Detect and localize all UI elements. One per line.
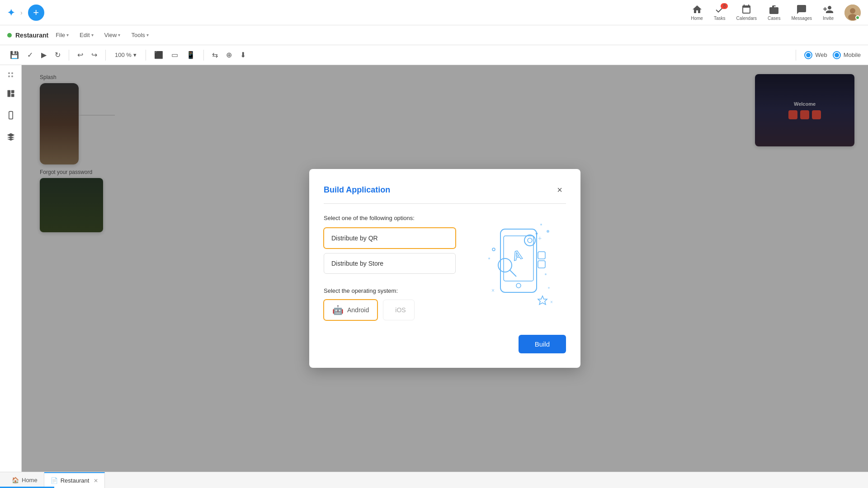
- phone-view-button[interactable]: 📱: [184, 49, 198, 61]
- divider3: [146, 50, 146, 61]
- zoom-level: 100 %: [115, 52, 132, 58]
- file-menu[interactable]: File ▾: [52, 30, 72, 40]
- ios-option: iOS: [383, 300, 414, 320]
- svg-text:A: A: [511, 248, 524, 263]
- nav-cases[interactable]: Cases: [768, 4, 780, 21]
- svg-point-9: [516, 283, 521, 288]
- mobile-label: Mobile: [844, 52, 861, 58]
- svg-rect-4: [11, 90, 14, 94]
- sidebar-layout-icon[interactable]: [4, 86, 18, 101]
- download-button[interactable]: ⬇: [237, 49, 249, 61]
- user-avatar[interactable]: [844, 5, 861, 21]
- home-tab-icon: 🏠: [12, 477, 19, 483]
- svg-point-11: [528, 238, 532, 243]
- svg-point-13: [540, 224, 542, 225]
- nav-tasks[interactable]: 8 Tasks: [714, 4, 726, 21]
- ios-label: iOS: [395, 306, 406, 314]
- project-name: Restaurant: [15, 32, 48, 39]
- desktop-view-button[interactable]: ⬛: [151, 49, 166, 61]
- edit-menu[interactable]: Edit ▾: [76, 30, 97, 40]
- modal-left: Select one of the following options: Dis…: [324, 215, 456, 320]
- nav-calendars[interactable]: Calendars: [736, 4, 757, 21]
- web-label: Web: [815, 52, 827, 58]
- nav-messages[interactable]: Messages: [791, 4, 812, 21]
- nav-cases-label: Cases: [768, 16, 780, 21]
- project-status-dot: [7, 33, 12, 38]
- divider1: [69, 50, 69, 61]
- undo-button[interactable]: ↩: [75, 49, 86, 61]
- nav-tasks-label: Tasks: [714, 16, 726, 21]
- nav-home[interactable]: Home: [691, 4, 703, 21]
- android-label: Android: [347, 306, 369, 314]
- svg-point-15: [492, 248, 495, 251]
- tablet-view-button[interactable]: ▭: [169, 49, 181, 61]
- view-menu[interactable]: View ▾: [101, 30, 124, 40]
- edit-chevron: ▾: [91, 33, 94, 38]
- os-section-label: Select the operating system:: [324, 287, 456, 294]
- app-logo: ✦: [7, 7, 15, 18]
- left-sidebar: [0, 65, 22, 472]
- modal-title: Build Application: [324, 185, 390, 195]
- modal-body: Select one of the following options: Dis…: [324, 215, 566, 320]
- svg-point-16: [488, 258, 490, 259]
- android-icon: 🤖: [332, 305, 344, 315]
- tasks-badge: 8: [721, 3, 728, 9]
- sync-button[interactable]: ↻: [52, 49, 63, 61]
- mobile-toggle[interactable]: Mobile: [833, 51, 861, 59]
- save-button[interactable]: 💾: [7, 49, 22, 61]
- sidebar-grid-icon: [6, 70, 15, 79]
- phone-illustration: A × × +: [471, 216, 561, 319]
- options-section-label: Select one of the following options:: [324, 215, 456, 221]
- svg-rect-17: [538, 252, 545, 259]
- redo-button[interactable]: ↪: [89, 49, 100, 61]
- build-button[interactable]: Build: [519, 335, 566, 353]
- home-tab-label: Home: [22, 477, 38, 483]
- tools-chevron: ▾: [146, 33, 149, 38]
- os-section: Select the operating system: 🤖 Android i…: [324, 287, 456, 320]
- svg-rect-3: [7, 90, 10, 97]
- modal-header: Build Application ×: [324, 183, 566, 204]
- modal-footer: Build: [324, 335, 566, 353]
- android-option[interactable]: 🤖 Android: [324, 300, 377, 320]
- divider4: [203, 50, 204, 61]
- web-toggle[interactable]: Web: [804, 51, 827, 59]
- nav-calendars-label: Calendars: [736, 16, 757, 21]
- canvas-content: Splash Forgot your password Welcome: [22, 65, 868, 472]
- sidebar-layers-icon[interactable]: [4, 130, 18, 144]
- zoom-control[interactable]: 100 % ▾: [111, 50, 140, 60]
- check-button[interactable]: ✓: [24, 49, 36, 61]
- modal-close-button[interactable]: ×: [553, 183, 566, 196]
- nav-messages-label: Messages: [791, 16, 812, 21]
- svg-line-21: [509, 270, 516, 277]
- modal-overlay: Build Application × Select one of the fo…: [22, 65, 868, 472]
- svg-point-12: [547, 230, 549, 233]
- sidebar-phone-icon[interactable]: [4, 108, 18, 122]
- os-options: 🤖 Android iOS: [324, 300, 456, 320]
- svg-rect-18: [538, 261, 545, 268]
- restaurant-tab[interactable]: 📄 Restaurant ✕: [44, 472, 105, 488]
- modal-right: A × × +: [467, 215, 566, 320]
- svg-rect-5: [11, 94, 14, 97]
- canvas-area: Splash Forgot your password Welcome: [0, 65, 868, 472]
- nav-home-label: Home: [691, 16, 703, 21]
- nav-invite[interactable]: Invite: [823, 4, 834, 21]
- play-button[interactable]: ▶: [38, 49, 49, 61]
- web-mobile-area: Web Mobile: [793, 50, 861, 61]
- distribute-store-option[interactable]: Distribute by Store: [324, 253, 456, 274]
- svg-text:×: ×: [550, 300, 553, 305]
- file-chevron: ▾: [66, 33, 69, 38]
- new-tab-button[interactable]: +: [28, 5, 44, 21]
- tab-close-button[interactable]: ✕: [94, 478, 98, 484]
- toolbar3: 💾 ✓ ▶ ↻ ↩ ↪ 100 % ▾ ⬛ ▭ 📱 ⇆ ⊕ ⬇ Web Mobi…: [0, 45, 868, 65]
- distribute-qr-option[interactable]: Distribute by QR: [324, 228, 456, 249]
- nav-invite-label: Invite: [823, 16, 834, 21]
- home-tab[interactable]: 🏠 Home: [5, 472, 44, 488]
- view-chevron: ▾: [118, 33, 120, 38]
- divider2: [105, 50, 106, 61]
- nav-arrow: ›: [20, 9, 23, 16]
- bottom-bar: 🏠 Home 📄 Restaurant ✕: [0, 472, 868, 488]
- cursor-button[interactable]: ⊕: [223, 49, 235, 61]
- svg-text:+: +: [538, 235, 542, 242]
- share-button[interactable]: ⇆: [209, 49, 221, 61]
- tools-menu[interactable]: Tools ▾: [127, 30, 152, 40]
